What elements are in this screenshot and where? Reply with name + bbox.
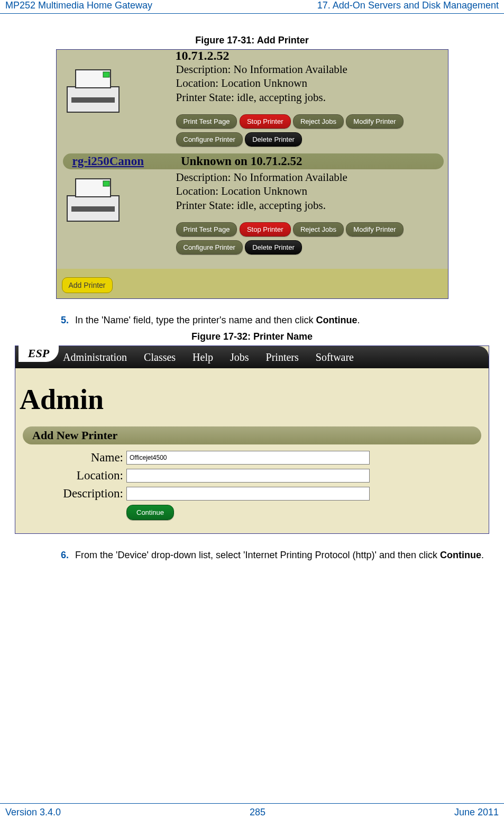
- printer-loc: Location: Location Unknown: [176, 184, 347, 198]
- location-label: Location:: [15, 469, 126, 483]
- svg-rect-7: [71, 206, 115, 212]
- printer-desc: Description: No Information Available: [176, 170, 347, 184]
- step-5-number: 5.: [61, 315, 69, 326]
- printer-info-2: Description: No Information Available Lo…: [176, 170, 347, 212]
- tab-help[interactable]: Help: [193, 351, 213, 363]
- printer-buttons-row2a: Print Test Page Stop Printer Reject Jobs…: [176, 222, 404, 237]
- step-6-number: 6.: [61, 550, 69, 561]
- name-label: Name:: [15, 451, 126, 465]
- footer-date: June 2011: [454, 807, 499, 818]
- step-5-text: In the 'Name' field, type the printer's …: [75, 315, 360, 326]
- header-left: MP252 Multimedia Home Gateway: [5, 0, 152, 11]
- add-new-printer-bar: Add New Printer: [23, 426, 481, 444]
- cups-add-printer: ESP Administration Classes Help Jobs Pri…: [15, 346, 489, 534]
- step-6-text: From the 'Device' drop-down list, select…: [75, 550, 484, 561]
- reject-jobs-button[interactable]: Reject Jobs: [293, 222, 344, 237]
- tab-software[interactable]: Software: [316, 351, 354, 363]
- cups-manage-printers: 10.71.2.52 Description: No Information A…: [56, 49, 448, 299]
- stop-printer-button[interactable]: Stop Printer: [240, 114, 291, 129]
- page-header: MP252 Multimedia Home Gateway 17. Add-On…: [0, 0, 504, 14]
- modify-printer-button[interactable]: Modify Printer: [346, 222, 403, 237]
- tab-administration[interactable]: Administration: [63, 351, 127, 363]
- svg-rect-2: [103, 72, 109, 77]
- modify-printer-button[interactable]: Modify Printer: [346, 114, 403, 129]
- cups-tabbar: Administration Classes Help Jobs Printer…: [15, 346, 489, 368]
- delete-printer-button[interactable]: Delete Printer: [245, 240, 301, 255]
- print-test-button[interactable]: Print Test Page: [176, 222, 237, 237]
- printer-link[interactable]: rg-i250Canon: [72, 154, 144, 168]
- printer-state: Printer State: idle, accepting jobs.: [176, 90, 347, 104]
- name-input[interactable]: [126, 451, 370, 465]
- admin-title: Admin: [20, 383, 489, 416]
- svg-rect-6: [103, 181, 109, 186]
- print-test-button[interactable]: Print Test Page: [176, 114, 237, 129]
- location-input[interactable]: [126, 469, 370, 483]
- header-right: 17. Add-On Servers and Disk Management: [317, 0, 499, 11]
- printer-desc: Description: No Information Available: [176, 62, 347, 76]
- printer-unknown-label: Unknown on 10.71.2.52: [181, 154, 302, 168]
- tab-printers[interactable]: Printers: [266, 351, 299, 363]
- tab-classes[interactable]: Classes: [144, 351, 176, 363]
- printer-state: Printer State: idle, accepting jobs.: [176, 198, 347, 212]
- printer-ip-heading: 10.71.2.52: [176, 49, 230, 63]
- printer-row-heading: rg-i250Canon Unknown on 10.71.2.52: [63, 153, 444, 169]
- svg-rect-3: [71, 97, 115, 103]
- printer-buttons-row2b: Configure Printer Delete Printer: [176, 240, 302, 255]
- printer-buttons-row1b: Configure Printer Delete Printer: [176, 132, 302, 147]
- delete-printer-button[interactable]: Delete Printer: [245, 132, 301, 147]
- description-label: Description:: [15, 487, 126, 501]
- esp-logo: ESP: [19, 345, 59, 362]
- description-input[interactable]: [126, 487, 370, 501]
- step-6: 6. From the 'Device' drop-down list, sel…: [61, 550, 491, 561]
- add-printer-form: Name: Location: Description: Continue: [15, 449, 489, 520]
- printer-icon: [64, 176, 122, 228]
- page-footer: Version 3.4.0 285 June 2011: [0, 803, 504, 818]
- configure-printer-button[interactable]: Configure Printer: [176, 240, 243, 255]
- reject-jobs-button[interactable]: Reject Jobs: [293, 114, 344, 129]
- add-printer-button[interactable]: Add Printer: [62, 277, 113, 293]
- figure-caption-32: Figure 17-32: Printer Name: [13, 331, 491, 342]
- tab-jobs[interactable]: Jobs: [230, 351, 249, 363]
- figure-caption-31: Figure 17-31: Add Printer: [13, 35, 491, 46]
- stop-printer-button[interactable]: Stop Printer: [240, 222, 291, 237]
- configure-printer-button[interactable]: Configure Printer: [176, 132, 243, 147]
- step-5: 5. In the 'Name' field, type the printer…: [61, 315, 491, 326]
- footer-pagenum: 285: [250, 807, 265, 818]
- printer-loc: Location: Location Unknown: [176, 76, 347, 90]
- printer-buttons-row1a: Print Test Page Stop Printer Reject Jobs…: [176, 114, 404, 129]
- printer-info-1: Description: No Information Available Lo…: [176, 62, 347, 104]
- footer-version: Version 3.4.0: [5, 807, 61, 818]
- continue-button[interactable]: Continue: [126, 505, 174, 520]
- printer-icon: [64, 67, 122, 119]
- highlight-strip: [57, 269, 448, 298]
